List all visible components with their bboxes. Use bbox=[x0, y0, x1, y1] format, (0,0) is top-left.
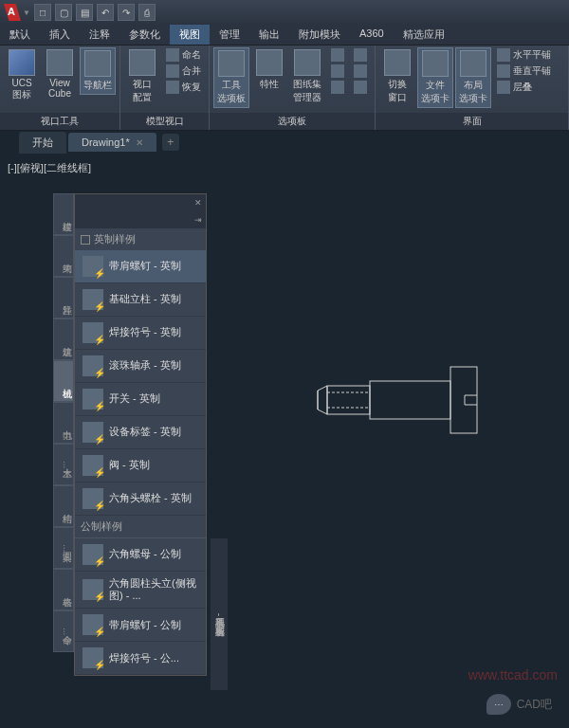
item-label: 设备标签 - 英制 bbox=[109, 426, 181, 438]
palette-item[interactable]: 六角螺母 - 公制 bbox=[75, 538, 206, 572]
properties-button[interactable]: 特性 bbox=[251, 47, 287, 93]
ribbon-group-interface: 切换 窗口 文件 选项卡 布局 选项卡 水平平铺 垂直平铺 层叠 界面 bbox=[376, 46, 569, 130]
cascade-icon bbox=[497, 81, 510, 94]
navbar-label: 导航栏 bbox=[83, 79, 112, 92]
menu-tab-9[interactable]: 精选应用 bbox=[394, 25, 454, 45]
ucs-button[interactable]: UCS 图标 bbox=[4, 47, 40, 103]
palette-extra-3[interactable] bbox=[327, 80, 348, 95]
viewport[interactable]: [-][俯视][二维线框] 建模约束注释建筑机械电力土木...结构圆案...表格… bbox=[0, 154, 569, 728]
palette-extra-4[interactable] bbox=[350, 47, 371, 63]
menu-tabs: 默认插入注释参数化视图管理输出附加模块A360精选应用 bbox=[0, 25, 569, 46]
menu-tab-3[interactable]: 参数化 bbox=[119, 25, 170, 45]
merge-button[interactable]: 合并 bbox=[162, 64, 205, 79]
pushpin-icon[interactable]: ⇥ bbox=[194, 215, 202, 225]
vtab-0[interactable]: 建模 bbox=[53, 193, 74, 235]
vtab-3[interactable]: 建筑 bbox=[53, 318, 74, 360]
cascade-button[interactable]: 层叠 bbox=[493, 80, 555, 95]
menu-tab-4[interactable]: 视图 bbox=[170, 25, 210, 45]
navbar-icon bbox=[84, 50, 111, 77]
palette-item[interactable]: 六角头螺栓 - 英制 bbox=[75, 482, 206, 516]
vtab-10[interactable]: 命令... bbox=[53, 610, 74, 652]
vtab-5[interactable]: 电力 bbox=[53, 402, 74, 444]
restore-button[interactable]: 恢复 bbox=[162, 80, 205, 95]
app-icon[interactable] bbox=[4, 4, 21, 21]
palette-title-bar[interactable]: 工具选项板 - 所有选项板 bbox=[211, 538, 228, 690]
close-icon[interactable]: ✕ bbox=[136, 137, 143, 148]
tile-v-icon bbox=[497, 64, 510, 78]
qat-print-icon[interactable]: ⎙ bbox=[138, 4, 156, 21]
item-label: 带肩螺钉 - 公制 bbox=[109, 619, 181, 631]
palette-item[interactable]: 焊接符号 - 公... bbox=[75, 642, 206, 675]
tile-v-button[interactable]: 垂直平铺 bbox=[493, 64, 555, 79]
palette-item[interactable]: 基础立柱 - 英制 bbox=[75, 283, 206, 317]
close-icon[interactable]: ✕ bbox=[194, 198, 202, 208]
switch-window-button[interactable]: 切换 窗口 bbox=[379, 47, 415, 106]
vtab-4[interactable]: 机械 bbox=[53, 360, 74, 402]
palette-item[interactable]: 六角圆柱头立(侧视图) - ... bbox=[75, 572, 206, 609]
palette-extra-2[interactable] bbox=[327, 64, 348, 79]
section-imperial[interactable]: 英制样例 bbox=[75, 228, 206, 250]
menu-tab-5[interactable]: 管理 bbox=[210, 25, 249, 45]
qat-new-icon[interactable]: □ bbox=[34, 4, 51, 21]
title-bar: ▼ □ ▢ ▤ ↶ ↷ ⎙ bbox=[0, 0, 569, 25]
palette-item[interactable]: 阀 - 英制 bbox=[75, 449, 206, 482]
vtab-1[interactable]: 约束 bbox=[53, 235, 74, 277]
item-icon bbox=[83, 579, 103, 600]
vpcfg-button[interactable]: 视口 配置 bbox=[124, 47, 160, 106]
navbar-button[interactable]: 导航栏 bbox=[80, 47, 116, 95]
file-tab-button[interactable]: 文件 选项卡 bbox=[417, 47, 453, 108]
menu-tab-8[interactable]: A360 bbox=[350, 25, 394, 45]
tool-palette-button[interactable]: 工具 选项板 bbox=[213, 47, 249, 108]
palette-item[interactable]: 滚珠轴承 - 英制 bbox=[75, 350, 206, 383]
new-tab-button[interactable]: + bbox=[162, 134, 179, 151]
palette-extra-1[interactable] bbox=[327, 47, 348, 63]
sheet-set-button[interactable]: 图纸集 管理器 bbox=[289, 47, 325, 106]
vtab-9[interactable]: 表格 bbox=[53, 569, 74, 610]
tab-drawing1[interactable]: Drawing1*✕ bbox=[68, 133, 156, 152]
tab-start[interactable]: 开始 bbox=[19, 132, 66, 154]
vtab-2[interactable]: 注释 bbox=[53, 277, 74, 318]
palette-item[interactable]: 带肩螺钉 - 公制 bbox=[75, 609, 206, 642]
layout-tab-icon bbox=[460, 50, 486, 77]
switch-icon bbox=[384, 49, 411, 76]
menu-tab-2[interactable]: 注释 bbox=[80, 25, 119, 45]
palette-item[interactable]: 带肩螺钉 - 英制 bbox=[75, 250, 206, 283]
qat-undo-icon[interactable]: ↶ bbox=[97, 4, 114, 21]
vtab-6[interactable]: 土木... bbox=[53, 444, 74, 485]
palette-extra-6[interactable] bbox=[350, 80, 371, 95]
named-icon bbox=[166, 48, 179, 62]
palette-item[interactable]: 开关 - 英制 bbox=[75, 383, 206, 416]
vpcfg-label: 视口 配置 bbox=[133, 78, 152, 104]
properties-icon bbox=[256, 49, 283, 76]
tile-h-button[interactable]: 水平平铺 bbox=[493, 47, 555, 63]
menu-tab-1[interactable]: 插入 bbox=[40, 25, 80, 45]
section-metric[interactable]: 公制样例 bbox=[75, 516, 206, 538]
palette-item[interactable]: 设备标签 - 英制 bbox=[75, 416, 206, 449]
item-icon bbox=[83, 488, 103, 509]
menu-tab-7[interactable]: 附加模块 bbox=[289, 25, 350, 45]
named-button[interactable]: 命名 bbox=[162, 47, 205, 63]
item-icon bbox=[83, 289, 103, 310]
layout-tab-button[interactable]: 布局 选项卡 bbox=[455, 47, 491, 108]
icon bbox=[354, 64, 367, 78]
viewport-label[interactable]: [-][俯视][二维线框] bbox=[8, 161, 91, 175]
sheet-set-icon bbox=[294, 49, 321, 76]
app-menu-dropdown-icon[interactable]: ▼ bbox=[23, 9, 32, 17]
palette-item[interactable]: 焊接符号 - 英制 bbox=[75, 317, 206, 350]
menu-tab-6[interactable]: 输出 bbox=[249, 25, 289, 45]
vtab-7[interactable]: 结构 bbox=[53, 485, 74, 527]
viewcube-button[interactable]: View Cube bbox=[42, 47, 78, 100]
menu-tab-0[interactable]: 默认 bbox=[0, 25, 40, 45]
qat-redo-icon[interactable]: ↷ bbox=[118, 4, 135, 21]
icon bbox=[354, 81, 367, 94]
item-label: 焊接符号 - 公... bbox=[109, 652, 179, 664]
qat-open-icon[interactable]: ▢ bbox=[55, 4, 72, 21]
svg-rect-1 bbox=[327, 386, 370, 414]
palette-extra-5[interactable] bbox=[350, 64, 371, 79]
qat-save-icon[interactable]: ▤ bbox=[76, 4, 93, 21]
merge-icon bbox=[166, 64, 179, 78]
item-icon bbox=[83, 322, 103, 343]
vtab-8[interactable]: 圆案... bbox=[53, 527, 74, 569]
viewcube-icon bbox=[46, 49, 73, 76]
ribbon-group-model-viewport: 视口 配置 命名 合并 恢复 模型视口 bbox=[120, 46, 210, 130]
